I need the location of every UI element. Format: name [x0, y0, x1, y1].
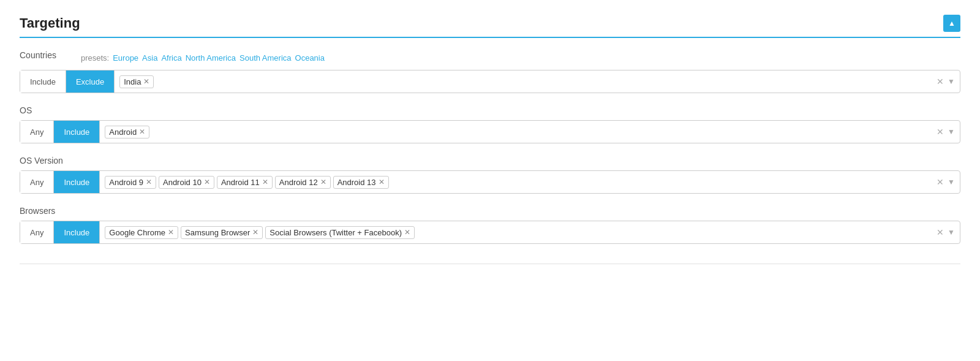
os-version-tag-android9: Android 9 ✕ — [105, 176, 156, 189]
os-version-tag-android10-close[interactable]: ✕ — [204, 178, 210, 186]
os-version-input-actions: ✕ ▼ — [932, 177, 960, 187]
browsers-label: Browsers — [20, 206, 960, 216]
countries-tag-india-close[interactable]: ✕ — [143, 78, 149, 85]
browsers-tag-samsung: Samsung Browser ✕ — [181, 226, 263, 239]
browsers-tag-chrome-close[interactable]: ✕ — [168, 229, 174, 236]
countries-toggle-group: Include Exclude — [20, 70, 115, 93]
os-version-tag-android12-label: Android 12 — [279, 178, 318, 187]
os-version-tag-android9-label: Android 9 — [109, 178, 143, 187]
os-version-clear-button[interactable]: ✕ — [937, 177, 944, 187]
countries-tags-area: India ✕ — [115, 73, 932, 91]
os-version-tag-android13-close[interactable]: ✕ — [379, 178, 385, 186]
os-version-tag-android9-close[interactable]: ✕ — [146, 178, 152, 186]
os-section: OS Any Include Android ✕ ✕ ▼ — [20, 105, 960, 143]
presets-label: presets: — [81, 53, 109, 63]
os-version-toggle-include[interactable]: Include — [54, 171, 99, 193]
countries-tag-india: India ✕ — [119, 75, 154, 88]
bottom-divider — [20, 264, 960, 264]
os-version-input-row: Any Include Android 9 ✕ Android 10 ✕ And… — [20, 170, 960, 194]
browsers-tag-social-close[interactable]: ✕ — [404, 229, 410, 236]
os-toggle-any[interactable]: Any — [20, 121, 54, 143]
collapse-button[interactable]: ▲ — [943, 15, 960, 32]
os-tags-area: Android ✕ — [100, 123, 932, 141]
browsers-tag-social-label: Social Browsers (Twitter + Facebook) — [270, 228, 402, 237]
countries-header: Countries presets: Europe Asia Africa No… — [20, 50, 960, 65]
browsers-tag-samsung-close[interactable]: ✕ — [252, 229, 258, 236]
browsers-input-row: Any Include Google Chrome ✕ Samsung Brow… — [20, 221, 960, 244]
browsers-toggle-any[interactable]: Any — [20, 221, 54, 243]
os-tag-android-close[interactable]: ✕ — [139, 128, 145, 135]
browsers-clear-button[interactable]: ✕ — [937, 227, 944, 237]
preset-north-america[interactable]: North America — [186, 53, 236, 63]
os-version-section: OS Version Any Include Android 9 ✕ Andro… — [20, 156, 960, 194]
preset-africa[interactable]: Africa — [161, 53, 181, 63]
os-label: OS — [20, 105, 960, 115]
browsers-toggle-group: Any Include — [20, 221, 100, 243]
os-toggle-group: Any Include — [20, 121, 100, 143]
os-version-tag-android10: Android 10 ✕ — [159, 176, 214, 189]
os-version-tags-area: Android 9 ✕ Android 10 ✕ Android 11 ✕ An… — [100, 173, 932, 191]
os-version-tag-android11-label: Android 11 — [221, 178, 260, 187]
presets-row: presets: Europe Asia Africa North Americ… — [81, 53, 325, 63]
countries-input-row: Include Exclude India ✕ ✕ ▼ — [20, 70, 960, 93]
os-tag-android-label: Android — [109, 127, 137, 137]
countries-toggle-include[interactable]: Include — [20, 70, 66, 93]
targeting-container: Targeting ▲ Countries presets: Europe As… — [0, 0, 980, 279]
browsers-toggle-include[interactable]: Include — [54, 221, 99, 243]
os-version-tag-android11-close[interactable]: ✕ — [262, 178, 268, 186]
os-version-tag-android10-label: Android 10 — [163, 178, 202, 187]
browsers-input-actions: ✕ ▼ — [932, 227, 960, 237]
os-version-toggle-any[interactable]: Any — [20, 171, 54, 193]
browsers-tag-samsung-label: Samsung Browser — [185, 228, 250, 237]
browsers-tag-chrome-label: Google Chrome — [109, 228, 165, 237]
countries-clear-button[interactable]: ✕ — [937, 77, 944, 86]
os-version-dropdown-button[interactable]: ▼ — [948, 178, 955, 186]
os-tag-android: Android ✕ — [105, 126, 149, 139]
os-input-row: Any Include Android ✕ ✕ ▼ — [20, 120, 960, 143]
os-version-tag-android13: Android 13 ✕ — [333, 176, 389, 189]
browsers-tag-social: Social Browsers (Twitter + Facebook) ✕ — [265, 226, 415, 239]
os-version-label: OS Version — [20, 156, 960, 165]
countries-section: Countries presets: Europe Asia Africa No… — [20, 50, 960, 93]
os-version-tag-android11: Android 11 ✕ — [217, 176, 273, 189]
os-toggle-include[interactable]: Include — [54, 121, 99, 143]
os-version-toggle-group: Any Include — [20, 171, 100, 193]
countries-tag-india-label: India — [124, 77, 141, 86]
browsers-tags-area: Google Chrome ✕ Samsung Browser ✕ Social… — [100, 224, 932, 241]
browsers-section: Browsers Any Include Google Chrome ✕ Sam… — [20, 206, 960, 244]
section-header: Targeting ▲ — [20, 15, 960, 38]
preset-south-america[interactable]: South America — [239, 53, 292, 63]
browsers-tag-chrome: Google Chrome ✕ — [105, 226, 178, 239]
countries-input-actions: ✕ ▼ — [932, 77, 960, 86]
preset-asia[interactable]: Asia — [142, 53, 157, 63]
os-dropdown-button[interactable]: ▼ — [948, 127, 955, 136]
countries-dropdown-button[interactable]: ▼ — [948, 77, 955, 86]
collapse-icon: ▲ — [948, 19, 956, 28]
os-clear-button[interactable]: ✕ — [937, 127, 944, 137]
page-title: Targeting — [20, 15, 80, 31]
os-version-tag-android12-close[interactable]: ✕ — [320, 178, 326, 186]
countries-toggle-exclude[interactable]: Exclude — [66, 70, 114, 93]
preset-oceania[interactable]: Oceania — [295, 53, 325, 63]
browsers-dropdown-button[interactable]: ▼ — [948, 228, 955, 237]
countries-label: Countries — [20, 50, 56, 60]
os-input-actions: ✕ ▼ — [932, 127, 960, 137]
os-version-tag-android13-label: Android 13 — [337, 178, 376, 187]
os-version-tag-android12: Android 12 ✕ — [275, 176, 331, 189]
preset-europe[interactable]: Europe — [113, 53, 138, 63]
